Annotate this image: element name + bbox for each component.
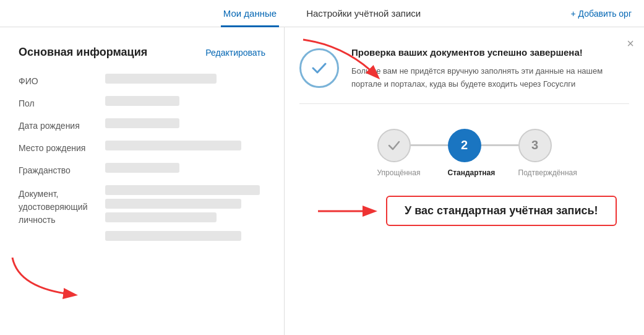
blur-bar [105,118,179,128]
field-value-fio [105,74,265,84]
progress-section: 2 3 Упрощённая Стандартная Подтверждённа… [299,116,629,183]
tab-my-data[interactable]: Мои данные [221,1,279,27]
blur-bar [105,141,241,150]
step-label-2: Стандартная [448,168,481,177]
verification-desc: Больше вам не придётся вручную заполнять… [351,65,629,91]
verification-text: Проверка ваших документов успешно заверш… [351,46,629,91]
table-row: Дата рождения [19,118,265,131]
edit-link[interactable]: Редактировать [205,48,265,58]
tabs: Мои данные Настройки учётной записи [221,0,423,27]
step-line-2 [481,144,518,146]
field-value-citizenship [105,163,265,173]
add-org-button[interactable]: + Добавить орг [570,9,632,19]
field-label-pol: Пол [19,96,105,108]
blur-bar [105,185,260,195]
field-label-birthplace: Место рождения [19,141,105,153]
field-value-dob [105,118,265,128]
field-value-birthplace [105,141,265,150]
right-panel: × Проверка ваших документов успешно заве… [285,27,644,335]
field-label-fio: ФИО [19,74,105,86]
field-value-doc [105,185,265,241]
verification-title: Проверка ваших документов успешно заверш… [351,46,629,59]
main-content: Основная информация Редактировать ФИО По… [0,27,644,335]
steps-row: 2 3 [377,129,552,162]
step-circle-2: 2 [448,129,481,162]
left-panel: Основная информация Редактировать ФИО По… [0,27,285,335]
table-row: Гражданство [19,163,265,175]
field-label-doc: Документ,удостоверяющийличность [19,185,105,227]
blur-bar [105,163,179,173]
blur-bar [105,74,217,84]
step-label-3: Подтверждённая [518,168,552,177]
step-label-1: Упрощённая [377,168,411,177]
section-header: Основная информация Редактировать [19,46,265,59]
blur-bar [105,96,179,106]
blur-bar [105,231,241,241]
steps-labels-row: Упрощённая Стандартная Подтверждённая [377,168,552,177]
info-table: ФИО Пол Дата рождения М [19,74,265,241]
step-line-1 [411,144,448,146]
status-badge: У вас стандартная учётная запись! [386,196,617,226]
blur-bar [105,199,241,209]
table-row: Место рождения [19,141,265,153]
red-arrow-badge [312,196,386,227]
checkmark-icon [309,58,329,78]
field-value-pol [105,96,265,106]
step-circle-1 [377,129,411,162]
check-circle-icon [299,48,339,88]
section-title: Основная информация [19,46,147,59]
tab-settings[interactable]: Настройки учётной записи [304,1,423,27]
red-arrow-bottom [6,251,87,301]
blur-bar [105,212,217,222]
field-label-dob: Дата рождения [19,118,105,131]
table-row: Пол [19,96,265,108]
table-row: ФИО [19,74,265,86]
table-row: Документ,удостоверяющийличность [19,185,265,241]
close-button[interactable]: × [627,37,634,50]
verification-card: Проверка ваших документов успешно заверш… [299,40,629,104]
step1-check-icon [387,138,401,153]
bottom-status-area: У вас стандартная учётная запись! [299,196,629,227]
header: Мои данные Настройки учётной записи + До… [0,0,644,27]
step-circle-3: 3 [518,129,552,162]
field-label-citizenship: Гражданство [19,163,105,175]
